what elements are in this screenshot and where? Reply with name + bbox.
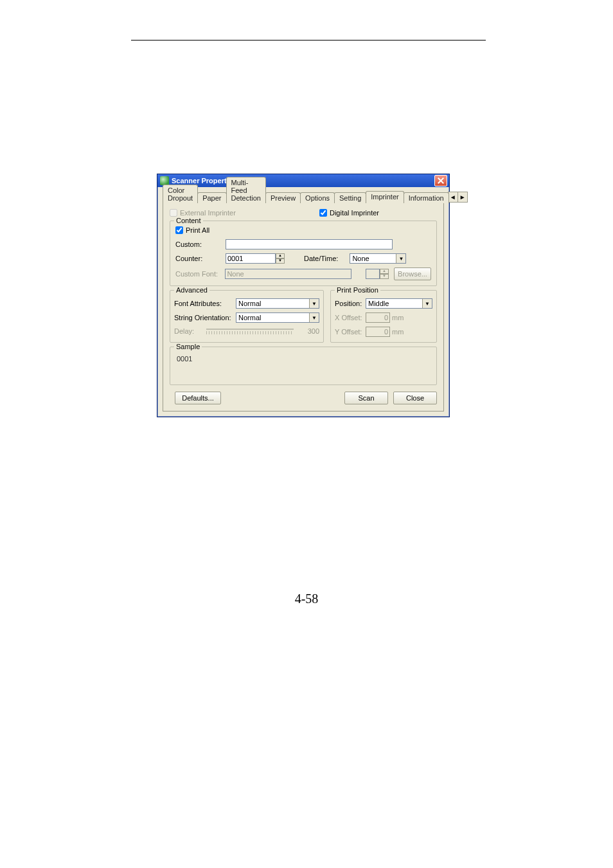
font-attributes-label: Font Attributes: (174, 300, 236, 307)
y-offset-label: Y Offset: (335, 328, 366, 336)
tab-imprinter[interactable]: Imprinter (366, 191, 404, 203)
counter-spinner[interactable]: ▲ ▼ (226, 253, 285, 264)
x-offset-unit: mm (392, 314, 404, 321)
imprinter-panel: External Imprinter Digital Imprinter Con… (163, 202, 444, 411)
delay-slider (206, 327, 294, 336)
digital-imprinter-input[interactable] (319, 209, 327, 217)
spin-down-icon: ▼ (380, 274, 389, 279)
tab-options[interactable]: Options (300, 192, 335, 203)
sample-value: 0001 (175, 354, 431, 379)
custom-label: Custom: (175, 240, 226, 248)
digital-imprinter-label: Digital Imprinter (330, 209, 379, 217)
date-time-combo[interactable]: None ▼ (350, 253, 406, 264)
counter-input[interactable] (226, 253, 276, 264)
external-imprinter-label: External Imprinter (180, 209, 236, 217)
orientation-value: Normal (236, 313, 309, 322)
external-imprinter-checkbox: External Imprinter (170, 209, 236, 217)
close-button[interactable]: Close (393, 392, 437, 404)
tab-information[interactable]: Information (404, 192, 449, 203)
position-combo[interactable]: Middle ▼ (366, 298, 432, 309)
digital-imprinter-checkbox[interactable]: Digital Imprinter (319, 209, 379, 217)
chevron-down-icon[interactable]: ▼ (422, 299, 432, 308)
window-title: Scanner Properties (172, 177, 434, 185)
tabs-scroll-left[interactable]: ◄ (448, 192, 458, 203)
custom-font-spin-input (366, 269, 380, 279)
content-legend: Content (174, 217, 203, 224)
chevron-down-icon[interactable]: ▼ (309, 313, 319, 322)
advanced-legend: Advanced (174, 286, 209, 294)
chevron-down-icon[interactable]: ▼ (396, 254, 405, 263)
sample-legend: Sample (174, 343, 202, 350)
counter-up-icon[interactable]: ▲ (276, 253, 285, 258)
tabstrip: Color Dropout Paper Multi-Feed Detection… (163, 190, 444, 203)
chevron-down-icon[interactable]: ▼ (309, 299, 319, 308)
browse-button: Browse... (394, 267, 431, 280)
delay-value: 300 (298, 327, 319, 335)
page-number: 4-58 (0, 592, 613, 606)
close-icon[interactable] (434, 175, 447, 186)
custom-font-label: Custom Font: (175, 270, 225, 278)
print-all-input[interactable] (175, 226, 183, 234)
titlebar[interactable]: Scanner Properties (157, 174, 449, 187)
orientation-combo[interactable]: Normal ▼ (236, 312, 319, 323)
date-time-value: None (350, 254, 396, 263)
external-imprinter-input (170, 209, 177, 217)
app-icon (160, 176, 169, 185)
content-group: Content Print All Custom: Counter: (170, 221, 437, 286)
header-rule (131, 40, 486, 41)
tab-preview[interactable]: Preview (265, 192, 301, 203)
print-all-label: Print All (186, 226, 209, 234)
counter-down-icon[interactable]: ▼ (276, 258, 285, 264)
advanced-group: Advanced Font Attributes: Normal ▼ Strin… (170, 290, 324, 343)
sample-group: Sample 0001 (170, 347, 437, 385)
font-attributes-combo[interactable]: Normal ▼ (236, 298, 319, 309)
print-position-legend: Print Position (335, 286, 380, 294)
y-offset-unit: mm (392, 328, 404, 336)
counter-label: Counter: (175, 255, 226, 262)
scan-button[interactable]: Scan (344, 392, 388, 404)
custom-font-value (225, 269, 351, 279)
tab-paper[interactable]: Paper (197, 192, 226, 203)
tab-multi-feed-detection[interactable]: Multi-Feed Detection (226, 177, 266, 203)
font-attributes-value: Normal (236, 299, 309, 308)
custom-font-spinner: ▲ ▼ (366, 269, 389, 279)
delay-label: Delay: (174, 327, 206, 335)
x-offset-label: X Offset: (335, 314, 366, 321)
custom-input[interactable] (226, 239, 393, 249)
scanner-properties-window: Scanner Properties Color Dropout Paper M… (157, 174, 450, 417)
x-offset-value (366, 312, 390, 323)
date-time-label: Date/Time: (304, 255, 338, 262)
tab-setting[interactable]: Setting (334, 192, 366, 203)
position-value: Middle (366, 299, 422, 308)
defaults-button[interactable]: Defaults... (175, 392, 221, 404)
y-offset-value (366, 327, 390, 337)
print-all-checkbox[interactable]: Print All (175, 226, 209, 234)
spin-up-icon: ▲ (380, 269, 389, 274)
orientation-label: String Orientation: (174, 314, 236, 321)
print-position-group: Print Position Position: Middle ▼ X Offs… (330, 290, 437, 343)
tab-color-dropout[interactable]: Color Dropout (163, 185, 198, 203)
tabs-scroll-right[interactable]: ► (458, 192, 468, 203)
position-label: Position: (335, 300, 366, 307)
